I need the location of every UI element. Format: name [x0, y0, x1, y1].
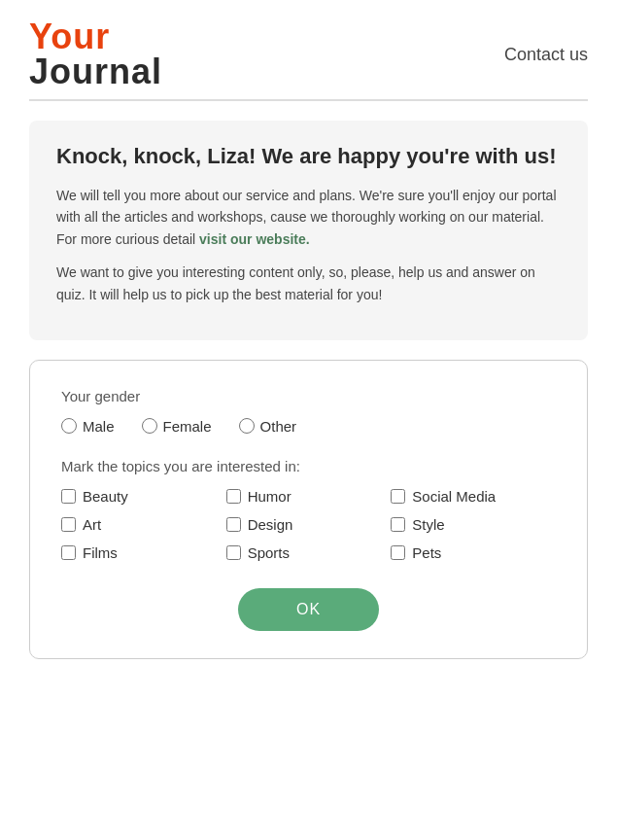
topic-label-humor: Humor — [248, 488, 291, 505]
header-divider — [29, 99, 588, 101]
gender-option-female[interactable]: Female — [142, 418, 212, 435]
topic-checkbox-art[interactable] — [61, 517, 76, 532]
topic-option-films[interactable]: Films — [61, 544, 226, 561]
topic-checkbox-design[interactable] — [226, 517, 241, 532]
welcome-paragraph2: We want to give you interesting content … — [56, 262, 561, 305]
topic-label-sports: Sports — [248, 544, 290, 561]
topics-grid: BeautyHumorSocial MediaArtDesignStyleFil… — [61, 488, 556, 561]
welcome-title: Knock, knock, Liza! We are happy you're … — [56, 144, 561, 169]
topic-checkbox-beauty[interactable] — [61, 489, 76, 504]
gender-section: Your gender Male Female Other — [61, 388, 556, 435]
topic-checkbox-films[interactable] — [61, 545, 76, 560]
topic-label-style: Style — [412, 516, 444, 533]
topic-checkbox-pets[interactable] — [391, 545, 405, 560]
gender-radio-male[interactable] — [61, 418, 77, 434]
gender-label-male: Male — [83, 418, 115, 435]
gender-radio-female[interactable] — [142, 418, 157, 434]
gender-option-male[interactable]: Male — [61, 418, 115, 435]
topics-section: Mark the topics you are interested in: B… — [61, 458, 556, 561]
welcome-card: Knock, knock, Liza! We are happy you're … — [29, 121, 588, 340]
topic-option-art[interactable]: Art — [61, 516, 226, 533]
topic-label-pets: Pets — [412, 544, 441, 561]
gender-radio-other[interactable] — [239, 418, 255, 434]
topic-option-pets[interactable]: Pets — [391, 544, 556, 561]
logo-journal: Journal — [29, 54, 162, 89]
topic-option-design[interactable]: Design — [226, 516, 392, 533]
gender-option-other[interactable]: Other — [239, 418, 297, 435]
topic-option-sports[interactable]: Sports — [226, 544, 392, 561]
logo-your: Your — [29, 19, 162, 54]
gender-label-female: Female — [163, 418, 212, 435]
topic-option-beauty[interactable]: Beauty — [61, 488, 226, 505]
topics-label: Mark the topics you are interested in: — [61, 458, 556, 474]
website-link[interactable]: visit our website. — [199, 231, 310, 247]
topic-checkbox-style[interactable] — [391, 517, 405, 532]
ok-button[interactable]: OK — [238, 588, 379, 631]
topic-checkbox-humor[interactable] — [226, 489, 241, 504]
topic-option-humor[interactable]: Humor — [226, 488, 392, 505]
topic-label-art: Art — [83, 516, 101, 533]
topic-label-design: Design — [248, 516, 293, 533]
contact-us-link[interactable]: Contact us — [504, 45, 588, 65]
gender-label-other: Other — [260, 418, 297, 435]
welcome-paragraph1: We will tell you more about our service … — [56, 185, 561, 250]
topic-option-social-media[interactable]: Social Media — [391, 488, 556, 505]
quiz-card: Your gender Male Female Other Mark the t… — [29, 360, 588, 659]
header: Your Journal Contact us — [0, 0, 617, 99]
topic-label-films: Films — [83, 544, 118, 561]
gender-radio-group: Male Female Other — [61, 418, 556, 435]
ok-button-wrapper: OK — [61, 588, 556, 631]
topic-checkbox-social-media[interactable] — [391, 489, 405, 504]
topic-label-beauty: Beauty — [83, 488, 128, 505]
topic-label-social-media: Social Media — [412, 488, 496, 505]
gender-label: Your gender — [61, 388, 556, 404]
topic-option-style[interactable]: Style — [391, 516, 556, 533]
logo: Your Journal — [29, 19, 162, 89]
topic-checkbox-sports[interactable] — [226, 545, 241, 560]
